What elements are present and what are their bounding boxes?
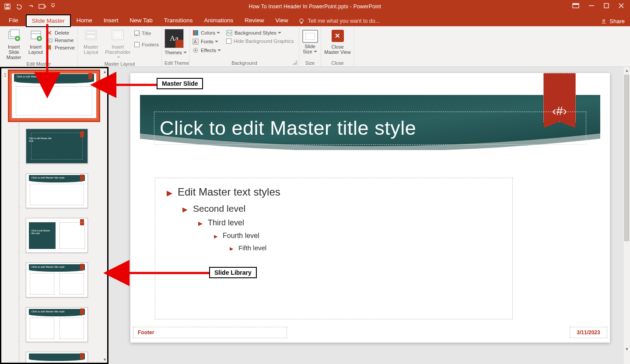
- layout-thumbnail[interactable]: Click to edit Master title style: [1, 172, 107, 209]
- fonts-button[interactable]: AFonts: [192, 38, 221, 45]
- footer-placeholder[interactable]: Footer: [133, 327, 287, 338]
- qat-customize-icon[interactable]: [51, 4, 55, 10]
- ribbon-display-options-icon[interactable]: [572, 3, 579, 10]
- delete-icon: [46, 30, 52, 36]
- group-background: Background: [192, 60, 296, 66]
- effects-icon: [192, 47, 199, 53]
- lightbulb-icon: [298, 18, 304, 24]
- group-close: Close: [324, 60, 351, 66]
- layout-thumbnail[interactable]: Click to edit Master title style: [1, 306, 107, 343]
- svg-rect-3: [39, 4, 44, 8]
- svg-rect-2: [6, 4, 9, 6]
- tab-transitions[interactable]: Transitions: [159, 15, 198, 26]
- group-size: Size: [302, 60, 318, 66]
- checkbox-icon: [134, 31, 140, 36]
- checkbox-icon: [134, 42, 140, 47]
- background-styles-button[interactable]: Background Styles: [226, 30, 294, 36]
- background-styles-icon: [226, 30, 232, 36]
- title-checkbox[interactable]: Title: [134, 31, 159, 36]
- scroll-down-icon[interactable]: ▼: [623, 346, 630, 353]
- share-button[interactable]: Share: [601, 18, 625, 24]
- colors-icon: [192, 30, 199, 36]
- tab-new-tab[interactable]: New Tab: [125, 15, 158, 26]
- tab-slide-master[interactable]: Slide Master: [26, 15, 70, 27]
- layout-thumbnail[interactable]: Click to edit Master title style: [1, 262, 107, 298]
- layout-thumbnail[interactable]: [1, 351, 107, 364]
- close-icon[interactable]: [619, 3, 624, 10]
- scroll-down-icon[interactable]: ▼: [102, 356, 108, 363]
- master-layout-button: Master Layout: [80, 28, 102, 56]
- insert-placeholder-button: Insert Placeholder: [103, 28, 133, 61]
- svg-rect-8: [604, 4, 609, 8]
- tab-insert[interactable]: Insert: [98, 15, 124, 26]
- date-placeholder[interactable]: 3/11/2023: [570, 327, 607, 338]
- svg-rect-29: [193, 30, 195, 35]
- scrollbar-thumb[interactable]: [624, 75, 629, 241]
- group-edit-master: Edit Master: [3, 61, 75, 66]
- svg-rect-15: [10, 30, 19, 37]
- close-master-icon: ✕: [332, 30, 344, 42]
- master-slide-thumbnail[interactable]: 1 Click to edit Master title style: [1, 70, 107, 122]
- tell-me-search[interactable]: Tell me what you want to do...: [294, 16, 384, 26]
- title-placeholder[interactable]: Click to edit Master title style: [154, 112, 586, 145]
- slide-size-button[interactable]: Slide Size: [302, 28, 318, 55]
- minimize-icon[interactable]: [589, 3, 594, 10]
- redo-icon[interactable]: [28, 4, 34, 10]
- tab-view[interactable]: View: [270, 15, 293, 26]
- tab-file[interactable]: File: [5, 15, 25, 26]
- svg-point-35: [195, 49, 196, 51]
- themes-button[interactable]: Aa Themes: [164, 28, 187, 56]
- effects-button[interactable]: Effects: [192, 47, 221, 53]
- titlebar: How To Insert Header In PowerPoint.pptx …: [0, 0, 630, 13]
- content-placeholder[interactable]: ▶Edit Master text styles ▶Second level ▶…: [155, 178, 513, 319]
- ribbon: Insert Slide Master Insert Layout Delete…: [0, 26, 630, 67]
- slide-size-icon: [302, 30, 318, 43]
- svg-rect-30: [195, 30, 196, 35]
- svg-text:A: A: [194, 39, 197, 44]
- tab-home[interactable]: Home: [71, 15, 98, 26]
- svg-rect-23: [48, 40, 50, 41]
- rename-icon: [46, 37, 52, 43]
- slide-thumbnail-panel: 1 Click to edit Master title style Click…: [0, 67, 108, 364]
- layout-thumbnail[interactable]: Click to edit Master title style: [1, 128, 107, 164]
- group-master-layout: Master Layout: [80, 61, 159, 66]
- delete-button[interactable]: Delete: [46, 30, 75, 36]
- hide-bg-checkbox[interactable]: Hide Background Graphics: [226, 38, 294, 44]
- insert-slide-master-button[interactable]: Insert Slide Master: [3, 28, 25, 61]
- share-icon: [601, 18, 607, 24]
- window-title: How To Insert Header In PowerPoint.pptx …: [249, 4, 381, 10]
- background-dialog-launcher[interactable]: [292, 60, 297, 65]
- svg-rect-12: [301, 22, 302, 24]
- footers-checkbox[interactable]: Footers: [134, 42, 159, 47]
- fonts-icon: A: [192, 38, 199, 45]
- colors-button[interactable]: Colors: [192, 30, 221, 36]
- ribbon-tabs: File Slide Master Home Insert New Tab Tr…: [0, 13, 630, 26]
- preserve-button[interactable]: Preserve: [46, 45, 75, 51]
- scroll-up-icon[interactable]: ▲: [102, 68, 108, 75]
- checkbox-icon: [226, 38, 231, 44]
- undo-icon[interactable]: [15, 4, 24, 10]
- start-from-beginning-icon[interactable]: [38, 4, 46, 10]
- save-icon[interactable]: [4, 4, 10, 10]
- layout-thumbnail[interactable]: Click to edit Master title style: [1, 217, 107, 254]
- svg-rect-1: [6, 7, 9, 9]
- slide-editor[interactable]: ‹#› Click to edit Master title style ▶Ed…: [108, 67, 630, 364]
- group-edit-theme: Edit Theme: [164, 60, 187, 66]
- rename-button[interactable]: Rename: [46, 37, 75, 43]
- svg-point-13: [603, 19, 605, 21]
- tab-animations[interactable]: Animations: [199, 15, 238, 26]
- svg-rect-6: [573, 4, 579, 5]
- insert-layout-button[interactable]: Insert Layout: [27, 28, 45, 56]
- thumbnail-scrollbar[interactable]: ▲ ▼: [102, 68, 108, 363]
- maximize-icon[interactable]: [604, 3, 609, 10]
- close-master-view-button[interactable]: ✕ Close Master View: [324, 28, 351, 56]
- svg-point-11: [300, 19, 303, 22]
- tab-review[interactable]: Review: [239, 15, 269, 26]
- scroll-up-icon[interactable]: ▲: [623, 67, 630, 74]
- svg-rect-31: [196, 30, 198, 35]
- editor-vertical-scrollbar[interactable]: ▲ ▼: [623, 67, 630, 364]
- themes-icon: Aa: [164, 29, 184, 48]
- preserve-icon: [46, 45, 52, 51]
- master-slide[interactable]: ‹#› Click to edit Master title style ▶Ed…: [130, 73, 610, 343]
